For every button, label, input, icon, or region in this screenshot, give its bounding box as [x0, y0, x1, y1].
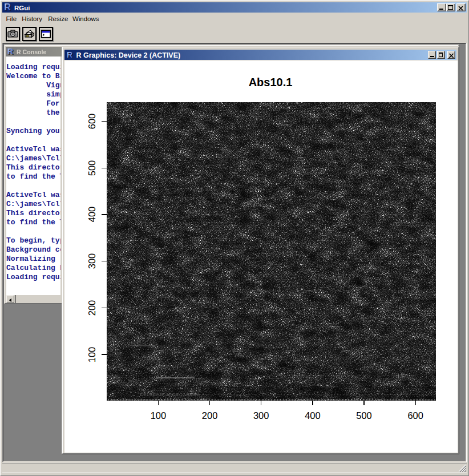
svg-text:R: R — [7, 47, 13, 56]
svg-text:R: R — [67, 51, 72, 59]
svg-text:R: R — [4, 3, 11, 12]
